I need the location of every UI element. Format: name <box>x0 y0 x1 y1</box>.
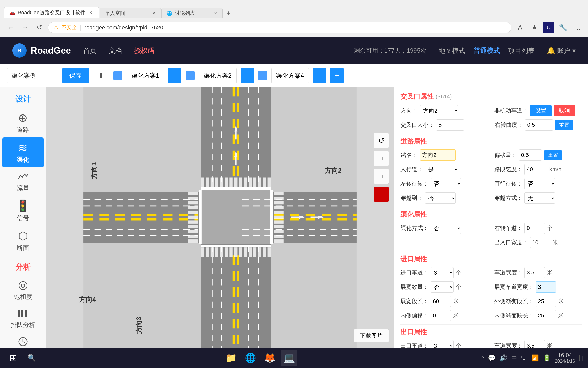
download-image-btn[interactable]: 下载图片 <box>354 329 389 342</box>
tab-discussion[interactable]: 🌐 讨论列表 ✕ <box>161 8 223 18</box>
right-turn-lanes-input[interactable] <box>524 223 545 234</box>
int-size-input[interactable] <box>436 119 464 131</box>
refresh-btn[interactable]: ↺ <box>34 22 45 33</box>
left-turn-select[interactable]: 否是 <box>431 178 461 189</box>
save-button[interactable]: 保存 <box>62 68 89 83</box>
inner-offset-input[interactable] <box>431 310 451 321</box>
search-btn[interactable]: 🔍 <box>24 351 39 365</box>
tab-roadgee[interactable]: 🚗 RoadGee道路交叉口设计软件 ✕ <box>4 7 99 18</box>
taskbar-browser[interactable]: 🌐 <box>242 350 259 366</box>
cross-method-select[interactable]: 无有 <box>524 192 555 204</box>
rotate-tool[interactable]: ↺ <box>374 133 389 148</box>
map-mode[interactable]: 地图模式 <box>439 46 465 55</box>
svg-rect-47 <box>234 178 237 187</box>
draw-tool[interactable]: □ <box>374 169 389 184</box>
exit-lane-width-input[interactable] <box>524 340 545 348</box>
tray-shield-icon[interactable]: 🛡 <box>521 354 527 362</box>
exit-lanes-select[interactable]: 324 <box>431 340 454 348</box>
offset-reset-btn[interactable]: 重置 <box>544 150 562 160</box>
tray-wifi-icon[interactable]: 📶 <box>531 354 539 362</box>
nav-auth[interactable]: 授权码 <box>134 46 154 55</box>
sidebar-item-signal[interactable]: 🚦 信号 <box>2 195 44 226</box>
tab-close-2[interactable]: ✕ <box>152 11 155 16</box>
bookmark-btn[interactable]: ★ <box>529 22 540 33</box>
sidebar-item-delay[interactable]: 延误分析 <box>2 332 44 348</box>
tab-close-3[interactable]: ✕ <box>214 11 217 16</box>
road-name-input[interactable] <box>420 150 456 161</box>
set-btn[interactable]: 设置 <box>530 105 552 116</box>
taskbar-fileexplorer[interactable]: 📁 <box>223 350 239 366</box>
profile-btn[interactable]: U <box>543 22 554 33</box>
svg-rect-50 <box>249 178 252 187</box>
add-scheme-btn[interactable]: + <box>330 68 344 83</box>
entry-exit-width-input[interactable] <box>530 237 550 248</box>
cross-to-select[interactable]: 否是 <box>425 192 456 204</box>
project-list[interactable]: 项目列表 <box>508 46 535 55</box>
scheme3-minus[interactable]: — <box>313 68 326 83</box>
chan-method-select[interactable]: 否是 <box>431 223 461 234</box>
taskbar-app[interactable]: 💻 <box>281 350 297 366</box>
divider3 <box>400 251 582 251</box>
analysis-label: 分析 <box>15 262 31 272</box>
url-box[interactable]: ⚠ 不安全 | roadgee.com/design/?pid=7620 <box>48 22 511 33</box>
expand-lane-width-input[interactable] <box>536 281 556 293</box>
sidebar-item-road[interactable]: ⊕ 道路 <box>2 108 44 137</box>
translate-btn[interactable]: A <box>514 22 526 33</box>
sidebar-item-section[interactable]: ⬡ 断面 <box>2 226 44 256</box>
scheme2-minus[interactable]: — <box>241 68 254 83</box>
forward-btn[interactable]: → <box>19 22 31 33</box>
turn-reset-btn[interactable]: 重置 <box>555 120 573 130</box>
normal-mode[interactable]: 普通模式 <box>473 46 500 55</box>
scheme3-tab[interactable]: 渠化方案4 <box>271 68 309 83</box>
project-name-input[interactable]: 渠化案例 <box>7 68 58 83</box>
nav-home[interactable]: 首页 <box>83 46 96 55</box>
minimize-btn[interactable]: — <box>574 7 588 18</box>
scheme1-tab[interactable]: 渠化方案1 <box>127 68 164 83</box>
sidewalk-select[interactable]: 是否 <box>425 164 458 175</box>
sidebar-item-queue[interactable]: 排队分析 <box>2 304 44 332</box>
scheme1-minus[interactable]: — <box>168 68 181 83</box>
project-bar: 渠化案例 保存 ⬆ 渠化方案1 — 渠化方案2 — 渠化方案4 — + <box>0 64 588 87</box>
show-desktop-icon[interactable]: | <box>579 355 583 361</box>
sidebar-item-flow[interactable]: 流量 <box>2 167 44 195</box>
outer-taper-input[interactable] <box>536 296 556 307</box>
sidebar-item-saturation[interactable]: ◎ 饱和度 <box>2 274 44 304</box>
offset-input[interactable] <box>519 150 542 161</box>
tray-chat-icon[interactable]: 💬 <box>488 354 496 362</box>
settings-btn[interactable]: … <box>572 22 583 33</box>
taskbar-browser2[interactable]: 🦊 <box>262 350 278 366</box>
tab-close[interactable]: ✕ <box>88 10 94 16</box>
expand-count-select[interactable]: 否是 <box>431 281 454 293</box>
sidebar-item-channelize[interactable]: ≋ 渠化 <box>2 137 44 167</box>
tray-volume-icon[interactable]: 🔊 <box>500 354 507 362</box>
canvas-area[interactable]: 方向1 方向2 方向3 方向4 ↺ □ □ 下载图片 <box>46 87 394 348</box>
inner-taper-input[interactable] <box>536 310 556 321</box>
tab-title-2: 个人空间 <box>105 10 125 17</box>
time-display[interactable]: 16:04 2024/1/16 <box>555 352 575 364</box>
account-btn[interactable]: 🔔 账户 ▾ <box>547 46 576 55</box>
extension-btn[interactable]: 🔧 <box>557 22 569 33</box>
seg-speed-input[interactable] <box>524 164 547 175</box>
scheme2-tab[interactable]: 渠化方案2 <box>199 68 236 83</box>
expand-length-label: 展宽段长： <box>400 297 428 305</box>
cancel-btn[interactable]: 取消 <box>554 105 575 116</box>
tray-up-icon[interactable]: ^ <box>481 355 484 361</box>
tab-personal[interactable]: 个人空间 ✕ <box>100 8 161 18</box>
tray-battery-icon[interactable]: 🔋 <box>543 354 551 362</box>
nav-docs[interactable]: 文档 <box>109 46 122 55</box>
direction-select[interactable]: 方向2 方向1 方向3 方向4 <box>420 105 458 116</box>
entry-lane-width-input[interactable] <box>524 267 545 278</box>
turn-radius-input[interactable] <box>525 119 553 131</box>
back-btn[interactable]: ← <box>5 22 16 33</box>
svg-rect-61 <box>229 247 232 257</box>
expand-length-input[interactable] <box>431 296 451 307</box>
share-button[interactable]: ⬆ <box>93 68 109 83</box>
new-tab-btn[interactable]: + <box>223 8 234 18</box>
start-btn[interactable]: ⊞ <box>5 350 21 366</box>
entry-lanes-select[interactable]: 324 <box>431 267 454 278</box>
tray-ime-icon[interactable]: 中 <box>511 354 517 362</box>
color-tool[interactable] <box>374 187 389 202</box>
select-tool[interactable]: □ <box>374 151 389 166</box>
straight-turn-select[interactable]: 否是 <box>524 178 555 189</box>
sidebar-item-analysis-heading: 分析 <box>2 260 44 274</box>
